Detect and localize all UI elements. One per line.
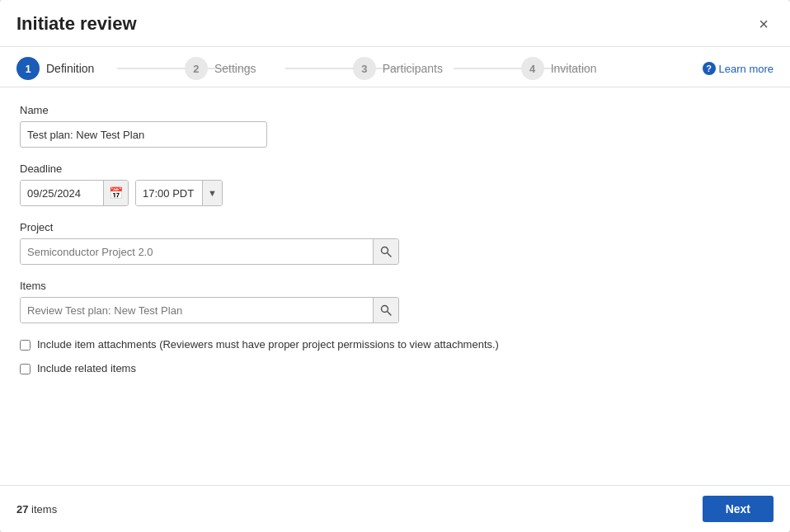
attachments-checkbox-row: Include item attachments (Reviewers must…	[20, 338, 770, 351]
name-input[interactable]	[20, 121, 267, 148]
step-1: 1 Definition	[16, 57, 185, 80]
related-checkbox[interactable]	[20, 364, 31, 374]
step-3: 3 Participants	[353, 57, 521, 80]
step-3-circle: 3	[353, 57, 376, 80]
deadline-row: 📅 ▼	[20, 180, 770, 206]
items-input-wrapper	[20, 297, 399, 323]
step-4: 4 Invitation	[521, 57, 689, 80]
step-2-circle: 2	[185, 57, 208, 80]
project-input-wrapper	[20, 238, 399, 265]
name-label: Name	[20, 104, 770, 116]
step-3-label: Participants	[383, 62, 443, 75]
search-icon	[380, 246, 392, 257]
items-group: Items	[20, 280, 770, 323]
attachments-checkbox[interactable]	[20, 340, 31, 351]
date-input-wrapper: 📅	[20, 180, 129, 206]
learn-more-link[interactable]: ? Learn more	[703, 62, 774, 75]
time-input[interactable]	[136, 181, 202, 205]
items-count: 27 items	[16, 503, 57, 516]
help-icon: ?	[703, 62, 716, 75]
svg-line-1	[388, 253, 392, 257]
time-dropdown-button[interactable]: ▼	[202, 181, 222, 205]
time-input-wrapper: ▼	[135, 180, 223, 206]
related-checkbox-row: Include related items	[20, 362, 770, 374]
deadline-group: Deadline 📅 ▼	[20, 162, 770, 206]
calendar-button[interactable]: 📅	[103, 181, 128, 205]
project-search-button[interactable]	[373, 239, 398, 264]
step-4-circle: 4	[521, 57, 544, 80]
step-2: 2 Settings	[185, 57, 353, 80]
step-1-circle: 1	[16, 57, 40, 80]
dialog-footer: 27 items Next	[0, 485, 790, 532]
step-1-label: Definition	[46, 62, 94, 75]
dialog-title: Initiate review	[16, 13, 137, 35]
stepper-bar: 1 Definition 2 Settings 3 Participants 4	[0, 47, 790, 87]
close-button[interactable]: ×	[754, 14, 774, 34]
deadline-label: Deadline	[20, 162, 770, 175]
project-input[interactable]	[21, 239, 373, 264]
items-input[interactable]	[21, 298, 373, 322]
step-2-label: Settings	[214, 62, 256, 75]
step-4-label: Invitation	[551, 62, 597, 75]
dialog-header: Initiate review ×	[0, 0, 790, 47]
stepper-steps: 1 Definition 2 Settings 3 Participants 4	[16, 57, 689, 80]
related-checkbox-label[interactable]: Include related items	[37, 362, 136, 374]
initiate-review-dialog: Initiate review × 1 Definition 2 Setting…	[0, 0, 790, 532]
date-input[interactable]	[21, 181, 103, 205]
svg-line-3	[388, 312, 392, 316]
project-group: Project	[20, 221, 770, 265]
search-icon	[380, 304, 392, 316]
dialog-body: Name Deadline 📅 ▼ Project	[0, 87, 790, 485]
name-group: Name	[20, 104, 770, 148]
items-search-button[interactable]	[373, 298, 398, 322]
project-label: Project	[20, 221, 770, 233]
next-button[interactable]: Next	[703, 496, 774, 522]
items-label: Items	[20, 280, 770, 292]
attachments-checkbox-label[interactable]: Include item attachments (Reviewers must…	[37, 338, 499, 351]
